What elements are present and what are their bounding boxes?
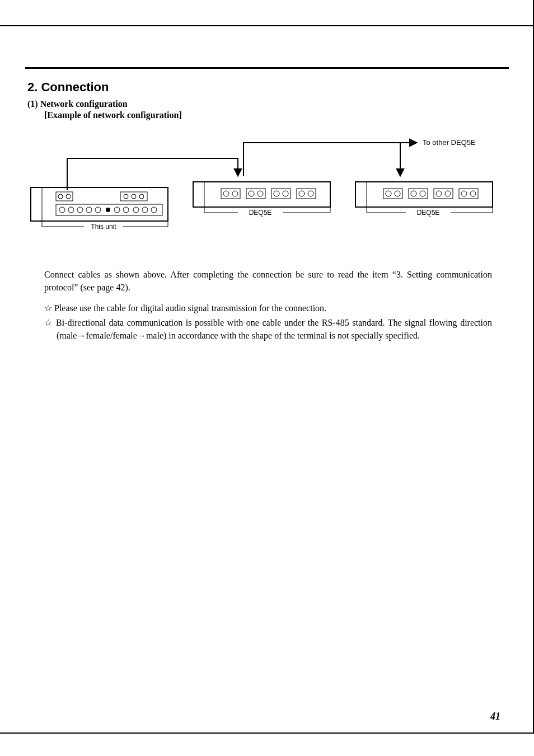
subsection-2: [Example of network configuration] — [44, 110, 509, 120]
section-divider — [25, 67, 509, 69]
svg-point-3 — [58, 194, 63, 199]
svg-point-50 — [420, 191, 425, 196]
svg-rect-43 — [355, 182, 493, 207]
section-title: 2. Connection — [27, 80, 509, 95]
svg-rect-54 — [459, 189, 478, 199]
svg-point-35 — [283, 191, 288, 196]
svg-rect-5 — [120, 192, 147, 201]
svg-point-46 — [386, 191, 391, 196]
deq5e-box-2: DEQ5E — [355, 182, 493, 217]
svg-point-14 — [95, 207, 101, 213]
svg-point-19 — [142, 207, 148, 213]
svg-rect-45 — [383, 189, 402, 199]
svg-point-56 — [470, 191, 476, 196]
svg-point-47 — [395, 191, 400, 196]
svg-point-11 — [68, 207, 74, 213]
svg-point-17 — [123, 207, 129, 213]
svg-point-7 — [132, 194, 136, 199]
svg-rect-36 — [297, 189, 316, 199]
svg-point-8 — [139, 194, 144, 199]
top-page-rule — [0, 25, 534, 26]
svg-point-20 — [151, 207, 157, 213]
page: 2. Connection (1) Network configuration … — [0, 0, 534, 756]
svg-point-38 — [308, 191, 313, 196]
network-diagram: To other DEQ5E — [25, 126, 509, 246]
svg-point-28 — [223, 191, 229, 196]
this-unit-box: This unit — [31, 187, 168, 231]
svg-point-52 — [436, 191, 442, 196]
svg-rect-30 — [246, 189, 265, 199]
svg-point-37 — [299, 191, 305, 196]
svg-point-55 — [461, 191, 467, 196]
star-notes: Please use the cable for digital audio s… — [44, 302, 492, 342]
subsection-1: (1) Network configuration — [27, 99, 509, 109]
svg-point-53 — [445, 191, 451, 196]
paragraph-1: Connect cables as shown above. After com… — [44, 268, 492, 294]
svg-point-34 — [274, 191, 279, 196]
svg-point-32 — [257, 191, 263, 196]
svg-rect-33 — [271, 189, 291, 199]
network-diagram-svg: To other DEQ5E — [25, 126, 518, 243]
page-number: 41 — [490, 711, 500, 722]
svg-point-31 — [249, 191, 254, 196]
svg-point-6 — [124, 194, 128, 199]
label-deq5e-1: DEQ5E — [249, 209, 272, 217]
label-this-unit: This unit — [91, 223, 116, 231]
svg-rect-25 — [193, 182, 330, 207]
svg-point-18 — [133, 207, 139, 213]
svg-point-49 — [411, 191, 416, 196]
svg-point-10 — [59, 207, 65, 213]
svg-point-4 — [66, 194, 71, 199]
bottom-page-rule — [0, 732, 534, 734]
star-note-1: Please use the cable for digital audio s… — [44, 302, 492, 314]
svg-rect-51 — [434, 189, 453, 199]
svg-point-15 — [106, 208, 110, 212]
label-deq5e-2: DEQ5E — [417, 209, 440, 217]
star-note-2: Bi-directional data communication is pos… — [44, 316, 492, 342]
deq5e-box-1: DEQ5E — [193, 182, 330, 217]
label-to-other: To other DEQ5E — [423, 138, 476, 147]
svg-rect-48 — [409, 189, 428, 199]
svg-point-13 — [86, 207, 92, 213]
svg-rect-27 — [221, 189, 240, 199]
svg-point-16 — [114, 207, 120, 213]
svg-point-29 — [232, 191, 238, 196]
svg-point-12 — [77, 207, 83, 213]
